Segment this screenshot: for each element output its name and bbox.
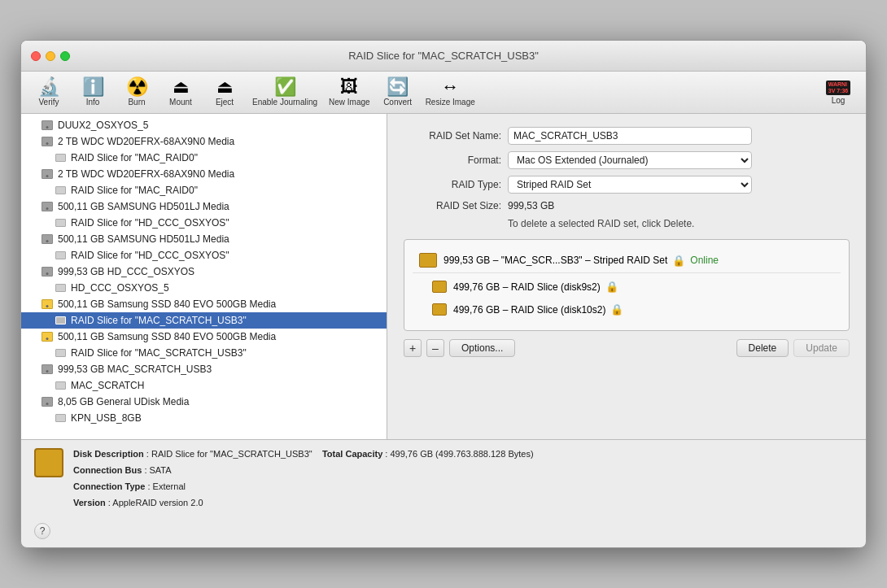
sidebar-item-ccc-slice2[interactable]: RAID Slice for "HD_CCC_OSXYOS" <box>21 247 387 264</box>
status-drive-icon <box>34 448 63 477</box>
sidebar-item-label: 500,11 GB Samsung SSD 840 EVO 500GB Medi… <box>58 298 276 310</box>
ssd-icon <box>41 331 54 342</box>
status-description: Disk Description : RAID Slice for "MAC_S… <box>73 449 534 459</box>
sidebar-item-label: KPN_USB_8GB <box>71 412 142 424</box>
format-row: Format: Mac OS Extended (Journaled) <box>404 151 850 169</box>
slice-drive-icon-1 <box>432 281 447 293</box>
sidebar-item-mac-scratch-slice1[interactable]: RAID Slice for "MAC_SCRATCH_USB3" <box>21 312 387 329</box>
delete-button[interactable]: Delete <box>736 339 789 357</box>
drive-icon <box>41 396 54 407</box>
drive-icon <box>41 266 54 277</box>
raid-set-name-label: RAID Set Name: <box>404 130 501 142</box>
status-version: Version : AppleRAID version 2.0 <box>73 498 203 507</box>
burn-icon: ☢️ <box>126 78 148 96</box>
sidebar-item-label: 999,53 GB HD_CCC_OSXYOS <box>58 266 194 277</box>
status-text: Disk Description : RAID Slice for "MAC_S… <box>73 446 534 511</box>
sidebar-item-mac-scratch-volume[interactable]: MAC_SCRATCH <box>21 377 387 394</box>
mount-button[interactable]: ⏏ Mount <box>159 75 202 110</box>
app-window: RAID Slice for "MAC_SCRATCH_USB3" 🔬 Veri… <box>20 40 867 547</box>
sidebar-item-udisk[interactable]: 8,05 GB General UDisk Media <box>21 394 387 410</box>
raid-action-buttons: + – Options... Delete Update <box>404 339 850 357</box>
log-button[interactable]: WARNI3V 7:36 Log <box>817 77 859 109</box>
log-label: Log <box>832 96 845 105</box>
convert-label: Convert <box>383 98 412 107</box>
remove-slice-button[interactable]: – <box>426 339 444 357</box>
raid-set-name-row: RAID Set Name: <box>404 127 850 145</box>
help-button[interactable]: ? <box>34 523 50 539</box>
sidebar-item-wd1[interactable]: 2 TB WDC WD20EFRX-68AX9N0 Media <box>21 133 387 150</box>
raid-set-row: 999,53 GB – "MAC_SCR...SB3" – Striped RA… <box>413 248 841 273</box>
raid-size-row: RAID Set Size: 999,53 GB <box>404 200 850 211</box>
sidebar-item-ssd1[interactable]: 500,11 GB Samsung SSD 840 EVO 500GB Medi… <box>21 296 387 312</box>
status-version-label: Version <box>73 498 106 507</box>
raid-set-label: 999,53 GB – "MAC_SCR...SB3" – Striped RA… <box>444 255 667 266</box>
drive-icon <box>41 233 54 245</box>
sidebar-item-hd-volume[interactable]: HD_CCC_OSXYOS_5 <box>21 280 387 296</box>
slice-lock-icon-2: 🔒 <box>612 305 622 315</box>
drive-icon <box>41 201 54 212</box>
info-button[interactable]: ℹ️ Info <box>72 75 114 110</box>
raid-slice-row-2: 499,76 GB – RAID Slice (disk10s2) 🔒 <box>413 299 841 320</box>
sidebar-item-label: 500,11 GB SAMSUNG HD501LJ Media <box>58 201 229 212</box>
help-text: To delete a selected RAID set, click Del… <box>404 218 850 229</box>
maximize-button[interactable] <box>60 51 70 61</box>
convert-button[interactable]: 🔄 Convert <box>377 75 419 110</box>
raid-set-name-input[interactable] <box>508 127 752 145</box>
enable-journaling-button[interactable]: ✅ Enable Journaling <box>247 75 322 110</box>
sidebar-item-mac-scratch-media[interactable]: 999,53 GB MAC_SCRATCH_USB3 <box>21 361 387 377</box>
drive-icon <box>41 120 54 131</box>
sidebar-item-hd-ccc[interactable]: 999,53 GB HD_CCC_OSXYOS <box>21 264 387 280</box>
sidebar-item-label: RAID Slice for "MAC_SCRATCH_USB3" <box>71 347 247 359</box>
burn-button[interactable]: ☢️ Burn <box>116 75 158 110</box>
raid-type-row: RAID Type: Striped RAID Set <box>404 176 850 194</box>
main-content: DUUX2_OSXYOS_5 2 TB WDC WD20EFRX-68AX9N0… <box>21 114 866 439</box>
raid-set-icon <box>419 253 437 268</box>
update-button[interactable]: Update <box>793 339 850 357</box>
sidebar-item-mac-scratch-slice2[interactable]: RAID Slice for "MAC_SCRATCH_USB3" <box>21 345 387 361</box>
options-button[interactable]: Options... <box>449 339 515 357</box>
status-description-label: Disk Description <box>73 449 144 459</box>
log-badge: WARNI3V 7:36 <box>826 81 851 96</box>
verify-label: Verify <box>38 98 59 107</box>
sidebar-item-ssd2[interactable]: 500,11 GB Samsung SSD 840 EVO 500GB Medi… <box>21 329 387 345</box>
slice-icon <box>54 185 67 196</box>
titlebar: RAID Slice for "MAC_SCRATCH_USB3" <box>21 41 866 72</box>
format-label: Format: <box>404 155 501 166</box>
sidebar-item-kpn-usb[interactable]: KPN_USB_8GB <box>21 410 387 426</box>
journaling-icon: ✅ <box>274 78 296 96</box>
status-bus: Connection Bus : SATA <box>73 465 172 475</box>
info-label: Info <box>86 98 100 107</box>
close-button[interactable] <box>31 51 41 61</box>
sidebar-item-samsung1[interactable]: 500,11 GB SAMSUNG HD501LJ Media <box>21 198 387 215</box>
new-image-label: New Image <box>329 98 370 107</box>
volume-icon <box>54 380 67 391</box>
format-select[interactable]: Mac OS Extended (Journaled) <box>508 151 752 169</box>
verify-button[interactable]: 🔬 Verify <box>28 75 70 110</box>
raid-type-select[interactable]: Striped RAID Set <box>508 176 752 194</box>
verify-icon: 🔬 <box>38 78 60 96</box>
new-image-button[interactable]: 🖼 New Image <box>324 75 375 110</box>
eject-button[interactable]: ⏏ Eject <box>203 75 246 110</box>
sidebar-item-label: RAID Slice for "MAC_RAID0" <box>71 185 198 196</box>
sidebar-item-duux2[interactable]: DUUX2_OSXYOS_5 <box>21 117 387 133</box>
status-type: Connection Type : External <box>73 481 186 491</box>
sidebar-item-label: 999,53 GB MAC_SCRATCH_USB3 <box>58 364 212 375</box>
sidebar-item-samsung2[interactable]: 500,11 GB SAMSUNG HD501LJ Media <box>21 231 387 247</box>
eject-label: Eject <box>216 98 234 107</box>
resize-image-button[interactable]: ↔ Resize Image <box>421 75 480 110</box>
lock-icon: 🔒 <box>674 255 684 265</box>
slice-icon <box>54 250 67 261</box>
minimize-button[interactable] <box>46 51 55 61</box>
slice-icon <box>54 347 67 359</box>
sidebar-item-wd2[interactable]: 2 TB WDC WD20EFRX-68AX9N0 Media <box>21 166 387 182</box>
sidebar-item-label: 500,11 GB SAMSUNG HD501LJ Media <box>58 233 229 245</box>
sidebar-item-raid0-slice2[interactable]: RAID Slice for "MAC_RAID0" <box>21 182 387 198</box>
sidebar-item-raid0-slice1[interactable]: RAID Slice for "MAC_RAID0" <box>21 150 387 166</box>
sidebar[interactable]: DUUX2_OSXYOS_5 2 TB WDC WD20EFRX-68AX9N0… <box>21 114 387 439</box>
drive-icon <box>41 168 54 180</box>
sidebar-item-label: 8,05 GB General UDisk Media <box>58 396 189 407</box>
sidebar-item-label: 2 TB WDC WD20EFRX-68AX9N0 Media <box>58 168 234 180</box>
add-slice-button[interactable]: + <box>404 339 422 357</box>
status-bus-label: Connection Bus <box>73 465 142 475</box>
sidebar-item-ccc-slice1[interactable]: RAID Slice for "HD_CCC_OSXYOS" <box>21 215 387 231</box>
